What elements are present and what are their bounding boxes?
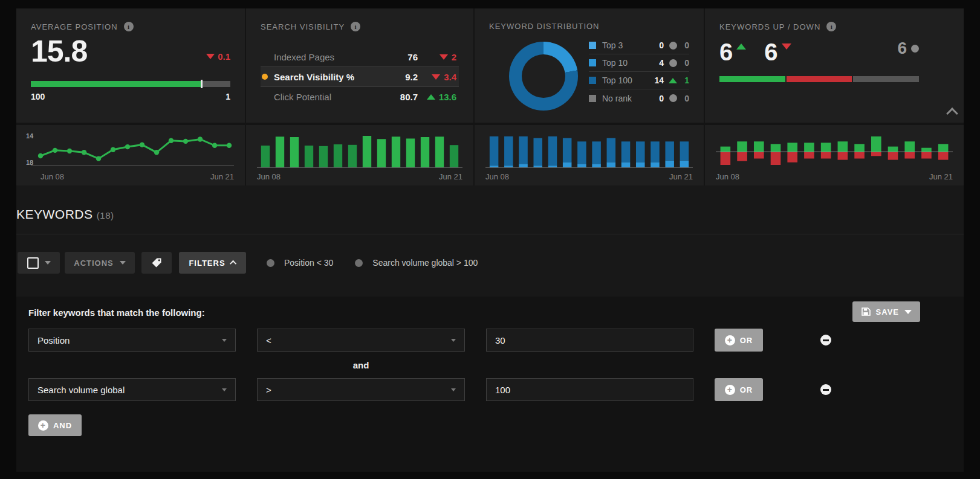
filter-builder-panel: SAVE Filter keywords that match the foll… bbox=[16, 297, 964, 472]
keywords-count: (18) bbox=[97, 210, 114, 220]
average-position-delta-value: 0.1 bbox=[218, 51, 230, 62]
info-icon[interactable] bbox=[351, 22, 360, 31]
filters-label: FILTERS bbox=[189, 259, 225, 268]
metric-label: Indexed Pages bbox=[274, 52, 386, 62]
filter-condition-row: Search volume global > OR bbox=[28, 378, 952, 401]
add-and-condition-button[interactable]: AND bbox=[28, 414, 82, 436]
metric-row-search-visibility[interactable]: Search Visibility % 9.2 3.4 bbox=[261, 67, 459, 87]
legend-row-top10: Top 10 4 0 bbox=[589, 54, 689, 72]
add-or-condition-button[interactable]: OR bbox=[715, 378, 763, 401]
field-select[interactable]: Search volume global bbox=[28, 378, 236, 401]
filter-chip-search-volume[interactable]: Search volume global > 100 bbox=[355, 258, 478, 268]
metric-row-click-potential[interactable]: Click Potential 80.7 13.6 bbox=[261, 87, 459, 107]
chevron-down-icon bbox=[45, 261, 51, 265]
legend-delta: 0 bbox=[682, 40, 689, 50]
chevron-down-icon bbox=[904, 310, 912, 314]
and-button-label: AND bbox=[53, 421, 72, 430]
search-visibility-card: SEARCH VISIBILITY Indexed Pages 76 2 bbox=[245, 8, 473, 123]
keywords-toolbar: ACTIONS FILTERS Position < 30 bbox=[16, 252, 964, 274]
up-bar-segment bbox=[719, 76, 785, 82]
info-icon[interactable] bbox=[826, 22, 836, 31]
operator-select[interactable]: > bbox=[257, 378, 465, 401]
value-input[interactable] bbox=[486, 329, 693, 352]
add-or-condition-button[interactable]: OR bbox=[715, 329, 763, 352]
legend-swatch-top10 bbox=[589, 59, 596, 66]
triangle-up-icon bbox=[427, 94, 435, 100]
metric-delta-value: 2 bbox=[452, 52, 456, 62]
operator-select[interactable]: < bbox=[257, 329, 465, 352]
metric-label: Click Potential bbox=[274, 92, 386, 102]
info-icon[interactable] bbox=[124, 22, 134, 31]
keywords-up-down-card: KEYWORDS UP / DOWN 6 6 6 bbox=[704, 8, 964, 123]
stacked-bar-chart-svg bbox=[483, 129, 695, 171]
filter-chip-position[interactable]: Position < 30 bbox=[267, 258, 333, 268]
legend-label: Top 3 bbox=[602, 40, 648, 50]
keywords-heading-text: KEYWORDS bbox=[16, 207, 93, 221]
bar-chart-svg bbox=[255, 129, 465, 171]
filters-toggle-button[interactable]: FILTERS bbox=[179, 252, 246, 274]
no-change-dot-icon bbox=[911, 45, 919, 53]
legend-label: Top 100 bbox=[602, 76, 648, 85]
field-select[interactable]: Position bbox=[28, 329, 236, 352]
metrics-row: AVERAGE POSITION 15.8 0.1 100 1 bbox=[16, 8, 964, 123]
field-select-value: Search volume global bbox=[37, 385, 125, 395]
diverging-bar-chart-svg bbox=[713, 129, 955, 171]
legend-value: 14 bbox=[648, 76, 664, 85]
plus-circle-icon bbox=[38, 420, 48, 431]
scale-label-1: 1 bbox=[226, 92, 230, 101]
keywords-section: KEYWORDS (18) ACTIONS bbox=[16, 185, 964, 472]
average-position-delta: 0.1 bbox=[206, 51, 230, 62]
section-divider bbox=[16, 234, 964, 234]
save-label: SAVE bbox=[876, 307, 899, 317]
and-connector-label: and bbox=[257, 360, 465, 370]
metric-row-indexed-pages[interactable]: Indexed Pages 76 2 bbox=[261, 47, 459, 67]
operator-select-value: > bbox=[266, 385, 271, 395]
no-change-dot-icon bbox=[669, 59, 677, 67]
operator-select-value: < bbox=[266, 335, 271, 346]
trend-charts-row: 14 18 Jun 08 Jun 21 Jun 08 Jun 21 Jun 08 bbox=[16, 123, 964, 185]
tag-button[interactable] bbox=[141, 252, 172, 274]
keywords-up-down-bar bbox=[719, 76, 919, 82]
plus-circle-icon bbox=[725, 335, 735, 346]
x-label-end: Jun 21 bbox=[929, 172, 953, 181]
down-bar-segment bbox=[787, 76, 852, 82]
legend-row-top3: Top 3 0 0 bbox=[589, 37, 689, 54]
chevron-down-icon bbox=[222, 339, 227, 342]
select-all-dropdown-button[interactable] bbox=[18, 252, 60, 274]
seo-dashboard-page: AVERAGE POSITION 15.8 0.1 100 1 bbox=[0, 8, 980, 479]
remove-condition-button[interactable] bbox=[820, 335, 831, 346]
legend-value: 0 bbox=[648, 40, 664, 50]
y-tick-14: 14 bbox=[26, 132, 33, 140]
active-filter-chips: Position < 30 Search volume global > 100 bbox=[267, 258, 478, 268]
value-input[interactable] bbox=[486, 378, 693, 401]
remove-condition-button[interactable] bbox=[820, 384, 831, 395]
donut-hole bbox=[522, 54, 565, 98]
x-label-end: Jun 21 bbox=[669, 172, 693, 181]
save-filter-button[interactable]: SAVE bbox=[852, 301, 920, 322]
keyword-distribution-legend: Top 3 0 0 Top 10 4 0 bbox=[589, 37, 689, 111]
legend-delta: 1 bbox=[682, 76, 689, 85]
chip-label: Search volume global > 100 bbox=[372, 258, 478, 268]
keywords-up-down-trend-chart: Jun 08 Jun 21 bbox=[704, 125, 964, 185]
x-label-end: Jun 21 bbox=[210, 172, 234, 181]
legend-swatch-norank bbox=[589, 95, 596, 102]
x-label-end: Jun 21 bbox=[439, 172, 462, 181]
select-all-checkbox[interactable] bbox=[27, 257, 39, 269]
search-visibility-trend-chart: Jun 08 Jun 21 bbox=[245, 125, 473, 185]
tag-icon bbox=[151, 257, 163, 269]
keyword-distribution-title: KEYWORD DISTRIBUTION bbox=[489, 22, 600, 31]
y-tick-18: 18 bbox=[26, 159, 33, 166]
chevron-down-icon bbox=[120, 261, 126, 265]
keywords-heading: KEYWORDS (18) bbox=[16, 185, 964, 222]
actions-dropdown-button[interactable]: ACTIONS bbox=[65, 252, 135, 274]
legend-value: 4 bbox=[648, 58, 664, 68]
legend-label: Top 10 bbox=[602, 58, 648, 68]
keyword-distribution-trend-chart: Jun 08 Jun 21 bbox=[473, 125, 704, 185]
average-position-title: AVERAGE POSITION bbox=[31, 22, 118, 31]
filter-condition-row: Position < OR bbox=[28, 329, 952, 352]
triangle-down-icon bbox=[440, 54, 448, 60]
chip-dot-icon bbox=[355, 259, 363, 267]
selected-bullet-icon bbox=[262, 74, 268, 80]
average-position-card: AVERAGE POSITION 15.8 0.1 100 1 bbox=[16, 8, 245, 123]
down-count-value: 6 bbox=[764, 40, 777, 64]
